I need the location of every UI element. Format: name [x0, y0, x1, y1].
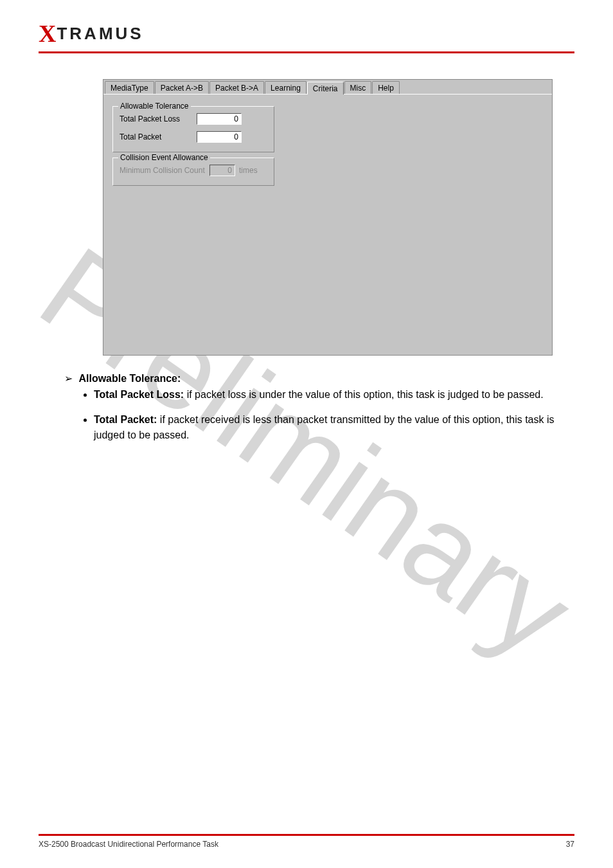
- arrow-icon: ➢: [64, 371, 76, 387]
- document-text: ➢ Allowable Tolerance: Total Packet Loss…: [64, 371, 578, 444]
- tabs-row: MediaType Packet A->B Packet B->A Learni…: [103, 80, 552, 94]
- page-footer: XS-2500 Broadcast Unidirectional Perform…: [39, 834, 574, 849]
- tab-mediatype[interactable]: MediaType: [105, 81, 154, 94]
- tab-packet-b-a[interactable]: Packet B->A: [209, 81, 264, 94]
- footer-left: XS-2500 Broadcast Unidirectional Perform…: [39, 840, 218, 849]
- bullet-1-rest: if packet loss is under the value of thi…: [184, 389, 543, 400]
- section-title: Allowable Tolerance:: [78, 373, 181, 384]
- bullet-2-rest: if packet received is less than packet t…: [94, 414, 555, 441]
- bullet-1-bold: Total Packet Loss:: [94, 389, 184, 400]
- minimum-collision-count-input: 0: [209, 165, 235, 176]
- bullet-2-bold: Total Packet:: [94, 414, 157, 425]
- bullet-total-packet: Total Packet: if packet received is less…: [94, 412, 578, 444]
- total-packet-loss-input[interactable]: 0: [197, 113, 242, 125]
- allowable-tolerance-group: Allowable Tolerance Total Packet Loss 0 …: [112, 106, 274, 152]
- logo-rest: TRAMUS: [57, 24, 143, 44]
- minimum-collision-count-unit: times: [239, 166, 258, 175]
- footer-right: 37: [566, 840, 574, 849]
- total-packet-input[interactable]: 0: [197, 131, 242, 143]
- bullet-total-packet-loss: Total Packet Loss: if packet loss is und…: [94, 387, 578, 403]
- footer-rule: [39, 834, 574, 836]
- tab-help[interactable]: Help: [372, 81, 400, 94]
- tab-body: Allowable Tolerance Total Packet Loss 0 …: [103, 94, 552, 355]
- logo-x-letter: X: [39, 19, 55, 48]
- total-packet-loss-label: Total Packet Loss: [120, 114, 197, 123]
- tab-learning[interactable]: Learning: [265, 81, 306, 94]
- minimum-collision-count-label: Minimum Collision Count: [120, 166, 209, 175]
- collision-event-allowance-legend: Collision Event Allowance: [118, 153, 210, 162]
- tab-packet-a-b[interactable]: Packet A->B: [155, 81, 209, 94]
- settings-panel: MediaType Packet A->B Packet B->A Learni…: [103, 79, 553, 356]
- header-rule: [39, 51, 574, 53]
- allowable-tolerance-legend: Allowable Tolerance: [118, 102, 191, 111]
- brand-logo: X TRAMUS: [39, 19, 574, 48]
- total-packet-label: Total Packet: [120, 132, 197, 141]
- tab-misc[interactable]: Misc: [344, 81, 372, 94]
- tab-criteria[interactable]: Criteria: [307, 82, 344, 95]
- collision-event-allowance-group: Collision Event Allowance Minimum Collis…: [112, 158, 274, 186]
